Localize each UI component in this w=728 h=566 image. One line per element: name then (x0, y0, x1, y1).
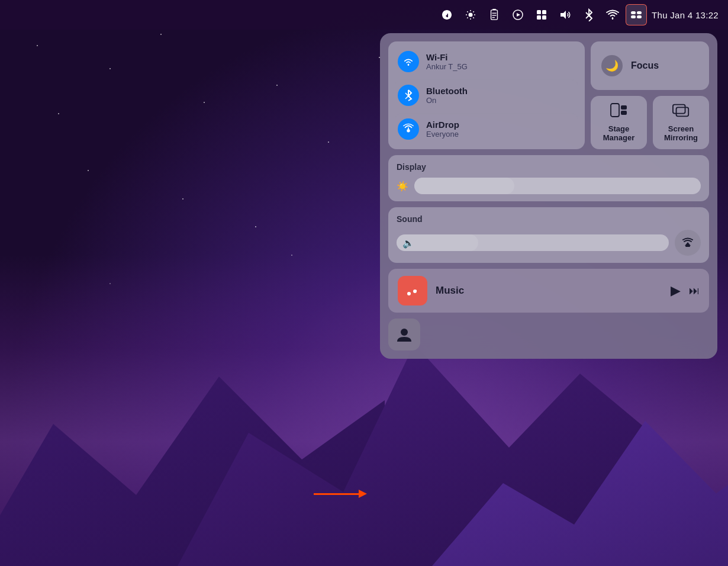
music-section: Music ▶ ⏭ (388, 269, 709, 313)
screen-mirroring-icon (672, 103, 690, 121)
grid-icon[interactable] (531, 4, 552, 25)
sound-title: Sound (397, 214, 701, 224)
svg-rect-17 (542, 10, 546, 14)
svg-rect-33 (611, 104, 619, 117)
cc-bottom-row: Stage Manager Screen Mirroring (591, 96, 709, 149)
display-slider-row: ☀️ (397, 178, 701, 194)
svg-rect-27 (637, 15, 642, 18)
svg-line-8 (473, 11, 473, 12)
music-play-button[interactable]: ▶ (671, 283, 681, 298)
svg-line-5 (467, 11, 468, 12)
display-section: Display ☀️ (388, 155, 709, 201)
display-title: Display (397, 162, 701, 172)
bluetooth-item-text: Bluetooth On (426, 86, 468, 105)
arrow-body (314, 493, 361, 495)
brightness-slider-icon: ☀️ (397, 181, 408, 192)
control-center-icon[interactable] (626, 4, 647, 25)
volume-slider[interactable]: 🔈 (397, 234, 669, 251)
menubar-datetime: Thu Jan 4 13:22 (652, 10, 719, 20)
menubar: Thu Jan 4 13:22 (0, 0, 728, 30)
cc-right-panel: 🌙 Focus Stage Manager (591, 41, 709, 149)
svg-rect-24 (631, 11, 636, 14)
svg-marker-15 (517, 13, 520, 17)
airdrop-title: AirDrop (426, 120, 459, 130)
control-center-panel: Wi-Fi Ankur T_5G Bluetooth On (380, 33, 717, 359)
wifi-title: Wi-Fi (426, 52, 468, 62)
svg-rect-19 (542, 15, 546, 20)
bluetooth-icon[interactable] (578, 4, 600, 25)
stage-manager-icon (610, 103, 628, 121)
svg-rect-36 (672, 105, 685, 114)
airdrop-item-text: AirDrop Everyone (426, 120, 459, 139)
user-account-button[interactable] (388, 319, 420, 350)
airdrop-subtitle: Everyone (426, 130, 459, 139)
svg-rect-35 (621, 111, 627, 115)
cc-connectivity-block: Wi-Fi Ankur T_5G Bluetooth On (388, 41, 585, 149)
screen-mirroring-label: Screen Mirroring (660, 124, 702, 142)
svg-rect-26 (637, 11, 642, 14)
stage-manager-label: Stage Manager (598, 124, 640, 142)
svg-rect-18 (537, 15, 541, 20)
clipboard-icon[interactable] (484, 4, 505, 25)
svg-rect-34 (621, 105, 627, 110)
brightness-icon[interactable] (460, 4, 481, 25)
svg-marker-20 (561, 11, 566, 19)
volume-icon[interactable] (555, 4, 576, 25)
airdrop-item-icon (398, 118, 419, 140)
focus-label: Focus (631, 60, 659, 71)
music-app-icon (398, 276, 427, 305)
svg-point-0 (469, 13, 473, 17)
svg-line-7 (467, 17, 468, 18)
sound-row: 🔈 (397, 230, 701, 256)
svg-point-39 (401, 329, 408, 336)
screen-mirroring-button[interactable]: Screen Mirroring (653, 96, 709, 149)
wifi-item-text: Wi-Fi Ankur T_5G (426, 52, 468, 71)
svg-point-31 (407, 129, 410, 132)
shazam-icon[interactable] (436, 4, 458, 25)
wifi-subtitle: Ankur T_5G (426, 62, 468, 71)
svg-rect-16 (537, 10, 541, 14)
bluetooth-item[interactable]: Bluetooth On (395, 79, 578, 111)
menubar-icons (436, 4, 647, 25)
svg-rect-9 (491, 10, 498, 20)
arrow-indicator (314, 493, 361, 495)
focus-icon: 🌙 (601, 55, 623, 76)
wifi-icon[interactable] (602, 4, 623, 25)
music-forward-button[interactable]: ⏭ (689, 285, 700, 297)
svg-line-6 (473, 17, 473, 18)
cc-top-row: Wi-Fi Ankur T_5G Bluetooth On (388, 41, 709, 149)
brightness-slider[interactable] (414, 178, 701, 194)
svg-point-23 (612, 18, 614, 20)
bluetooth-item-icon (398, 85, 419, 106)
svg-point-28 (408, 64, 410, 66)
wifi-item-icon (398, 51, 419, 72)
bluetooth-subtitle: On (426, 96, 468, 105)
svg-rect-38 (685, 246, 690, 247)
play-icon[interactable] (507, 4, 529, 25)
stage-manager-button[interactable]: Stage Manager (591, 96, 647, 149)
airplay-button[interactable] (675, 230, 701, 256)
sound-section: Sound 🔈 (388, 207, 709, 263)
music-controls: ▶ ⏭ (671, 283, 700, 298)
airdrop-item[interactable]: AirDrop Everyone (395, 113, 578, 144)
svg-rect-37 (676, 107, 688, 116)
volume-slider-icon: 🔈 (402, 237, 414, 249)
wifi-item[interactable]: Wi-Fi Ankur T_5G (395, 46, 578, 77)
music-title: Music (436, 285, 662, 297)
bluetooth-title: Bluetooth (426, 86, 468, 96)
focus-button[interactable]: 🌙 Focus (591, 41, 709, 90)
brightness-slider-fill (414, 178, 514, 194)
svg-rect-25 (631, 15, 636, 18)
